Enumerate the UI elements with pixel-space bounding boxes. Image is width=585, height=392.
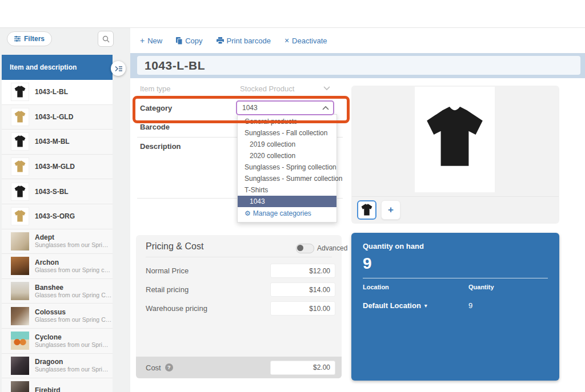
gear-icon: ⚙ <box>245 207 251 220</box>
item-type-label: Item type <box>140 84 170 93</box>
category-option-selected[interactable]: 1043 <box>238 196 336 207</box>
item-name: 1043-M-BL <box>35 138 70 146</box>
advanced-toggle[interactable] <box>296 244 314 253</box>
product-list: 1043-L-BL 1043-L-GLD 1043-M-BL 1043-M-GL… <box>2 80 113 392</box>
list-item[interactable]: 1043-L-GLD <box>2 105 113 130</box>
search-button[interactable] <box>98 31 114 47</box>
warehouse-pricing-input[interactable] <box>270 301 335 316</box>
list-item[interactable]: Dragoon Sunglasses from our Spri… <box>2 354 113 379</box>
quantity-total: 9 <box>363 254 372 273</box>
filters-button[interactable]: Filters <box>7 31 52 46</box>
warehouse-pricing-label: Warehouse pricing <box>146 304 207 313</box>
caret-down-icon: ▾ <box>424 302 427 309</box>
item-name: Archon <box>35 258 110 266</box>
carousel-dot[interactable] <box>452 184 457 189</box>
product-thumbnail <box>11 307 29 325</box>
location-column-header: Location <box>363 284 389 290</box>
item-description: Glasses from our Spring c… <box>35 266 110 274</box>
cost-footer: Cost ? <box>136 357 342 378</box>
list-item[interactable]: 1043-M-GLD <box>2 155 113 180</box>
deactivate-button[interactable]: × Deactivate <box>285 37 327 45</box>
barcode-label: Barcode <box>140 123 170 131</box>
advanced-toggle-label: Advanced <box>317 244 347 252</box>
item-description: Glasses from our Spring C… <box>35 316 111 324</box>
list-item[interactable]: Cyclone Sunglasses from our Spri… <box>2 329 113 354</box>
quantity-on-hand-title: Quantity on hand <box>363 242 424 250</box>
copy-icon <box>176 37 182 45</box>
manage-categories-label: Manage categories <box>253 207 311 220</box>
category-option[interactable]: General products <box>238 116 336 127</box>
add-image-button[interactable]: + <box>381 200 400 220</box>
top-bar <box>0 0 585 28</box>
list-item[interactable]: Adept Sunglasses from our Spri… <box>2 229 113 254</box>
search-icon <box>102 35 110 43</box>
action-toolbar: + New Copy Print barcode × Deactivate <box>140 34 327 47</box>
product-thumbnail <box>11 257 29 275</box>
item-type-value[interactable]: Stocked Product <box>240 84 294 93</box>
divider <box>363 278 548 278</box>
cost-input[interactable] <box>270 361 335 375</box>
chevron-up-icon[interactable] <box>322 106 329 110</box>
item-name: 1043-L-BL <box>35 88 68 96</box>
product-thumbnail <box>11 132 29 151</box>
list-item[interactable]: 1043-S-ORG <box>2 204 113 229</box>
product-thumbnail <box>11 207 29 225</box>
filter-icon <box>14 36 21 42</box>
item-name: Dragoon <box>35 358 108 366</box>
collapse-panel-icon <box>115 66 122 72</box>
cost-label: Cost <box>146 363 161 372</box>
description-label: Description <box>140 142 181 151</box>
product-thumbnail <box>11 108 29 126</box>
item-name: Firebird <box>35 386 61 392</box>
normal-price-label: Normal Price <box>146 266 189 275</box>
category-option[interactable]: 2019 collection <box>238 139 336 150</box>
item-name: Banshee <box>35 284 111 292</box>
product-thumbnail <box>11 183 29 201</box>
category-option[interactable]: T-Shirts <box>238 184 336 196</box>
print-barcode-button[interactable]: Print barcode <box>217 37 271 45</box>
category-option[interactable]: Sunglasses - Summer collection <box>238 173 336 184</box>
new-button-label: New <box>147 37 162 45</box>
product-thumbnail <box>11 232 29 250</box>
image-thumbnail-selected[interactable] <box>357 200 376 220</box>
list-item[interactable]: 1043-M-BL <box>2 130 113 155</box>
app-window: Products Filters Item and description <box>0 0 585 392</box>
category-input[interactable] <box>236 100 334 115</box>
printer-icon <box>217 37 224 44</box>
list-item[interactable]: 1043-L-BL <box>2 80 113 105</box>
product-thumbnail <box>11 381 29 392</box>
category-option[interactable]: Sunglasses - Spring collection <box>238 161 336 173</box>
collapse-sidebar-button[interactable] <box>111 61 126 76</box>
location-quantity: 9 <box>468 301 472 310</box>
copy-button[interactable]: Copy <box>176 37 202 45</box>
category-option[interactable]: 2020 collection <box>238 150 336 161</box>
product-thumbnail <box>11 357 29 375</box>
list-item[interactable]: Banshee Glasses from our Spring C… <box>2 279 113 304</box>
sidebar-panel-header-label: Item and description <box>10 63 77 71</box>
divider <box>352 196 559 197</box>
normal-price-input[interactable] <box>270 264 335 278</box>
item-name: 1043-M-GLD <box>35 163 75 171</box>
list-item[interactable]: Firebird <box>2 378 113 392</box>
help-icon[interactable]: ? <box>165 363 173 371</box>
product-thumbnail <box>11 282 29 300</box>
plus-icon: + <box>140 37 145 45</box>
item-name: 1043-S-ORG <box>35 212 75 220</box>
list-item[interactable]: Colossus Glasses from our Spring C… <box>2 304 113 329</box>
chevron-down-icon[interactable] <box>323 86 330 91</box>
product-title-field[interactable]: 1043-L-BL <box>137 56 580 75</box>
category-option[interactable]: Sunglasses - Fall collection <box>238 127 336 139</box>
category-dropdown: General products Sunglasses - Fall colle… <box>237 114 337 223</box>
divider <box>146 257 332 257</box>
location-row[interactable]: Default Location ▾ <box>363 301 427 310</box>
new-button[interactable]: + New <box>140 37 162 45</box>
manage-categories-link[interactable]: ⚙ Manage categories <box>238 207 336 220</box>
item-name: 1043-L-GLD <box>35 113 73 121</box>
location-name: Default Location <box>363 301 421 310</box>
list-item[interactable]: 1043-S-BL <box>2 179 113 204</box>
product-thumbnail <box>11 83 29 101</box>
print-barcode-label: Print barcode <box>227 37 271 45</box>
retail-pricing-input[interactable] <box>270 282 335 297</box>
list-item[interactable]: Archon Glasses from our Spring c… <box>2 254 113 279</box>
product-image <box>415 87 495 192</box>
